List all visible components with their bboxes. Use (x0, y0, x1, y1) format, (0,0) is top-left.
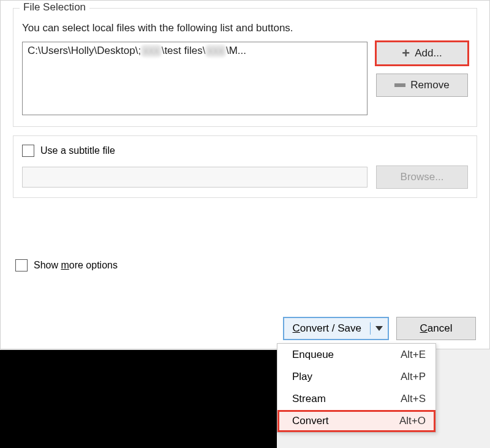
convert-save-label: Convert / Save (284, 319, 370, 338)
remove-button-label: Remove (410, 79, 449, 91)
cancel-button[interactable]: Cancel (396, 317, 476, 340)
convert-save-button[interactable]: Convert / Save (283, 317, 389, 340)
add-button[interactable]: + Add... (376, 42, 468, 65)
convert-dropdown-trigger[interactable] (370, 322, 388, 335)
convert-dropdown-menu: EnqueueAlt+EPlayAlt+PStreamAlt+SConvertA… (277, 343, 436, 433)
menu-item-stream[interactable]: StreamAlt+S (277, 388, 435, 410)
file-path-prefix: C:\Users\Holly\Desktop\; (28, 45, 141, 56)
more-options-row: Show more options (15, 259, 477, 271)
help-text: You can select local files with the foll… (22, 22, 468, 34)
file-path-redacted-1: xxx (141, 45, 162, 57)
file-path-redacted-2: xxx (205, 45, 226, 57)
plus-icon: + (402, 47, 410, 60)
file-path-mid: \test files\ (162, 45, 206, 56)
browse-button: Browse... (376, 165, 468, 189)
menu-item-label: Play (292, 371, 312, 383)
menu-item-label: Stream (292, 393, 326, 405)
background-strip (0, 350, 277, 448)
subtitle-path-input (22, 167, 368, 188)
subtitle-checkbox-row: Use a subtitle file (22, 145, 468, 157)
subtitle-group: Use a subtitle file Browse... (13, 135, 477, 198)
menu-item-enqueue[interactable]: EnqueueAlt+E (277, 344, 435, 366)
more-options-checkbox[interactable] (15, 259, 28, 271)
file-buttons-column: + Add... Remove (376, 42, 468, 97)
menu-item-play[interactable]: PlayAlt+P (277, 366, 435, 388)
subtitle-checkbox[interactable] (22, 145, 34, 157)
browse-button-label: Browse... (401, 171, 444, 183)
menu-item-label: Enqueue (292, 349, 334, 361)
footer-buttons: Convert / Save Cancel (283, 317, 476, 340)
menu-item-shortcut: Alt+E (401, 349, 426, 361)
subtitle-label: Use a subtitle file (40, 145, 115, 156)
file-selection-group: File Selection You can select local file… (13, 8, 477, 127)
menu-item-convert[interactable]: ConvertAlt+O (277, 410, 435, 432)
more-options-label: Show more options (34, 260, 118, 271)
file-path-suffix: \M... (226, 45, 246, 56)
add-button-label: Add... (415, 47, 442, 59)
minus-icon (394, 83, 405, 87)
section-title: File Selection (20, 1, 89, 13)
menu-item-shortcut: Alt+S (401, 393, 426, 405)
dialog-window: File Selection You can select local file… (0, 0, 490, 349)
menu-item-label: Convert (292, 415, 329, 427)
menu-item-shortcut: Alt+P (401, 371, 426, 383)
menu-item-shortcut: Alt+O (399, 415, 426, 427)
chevron-down-icon (375, 326, 383, 331)
subtitle-input-row: Browse... (22, 165, 468, 189)
file-list[interactable]: C:\Users\Holly\Desktop\;xxx\test files\x… (22, 42, 368, 115)
file-list-row: C:\Users\Holly\Desktop\;xxx\test files\x… (22, 42, 468, 115)
remove-button[interactable]: Remove (376, 74, 468, 97)
